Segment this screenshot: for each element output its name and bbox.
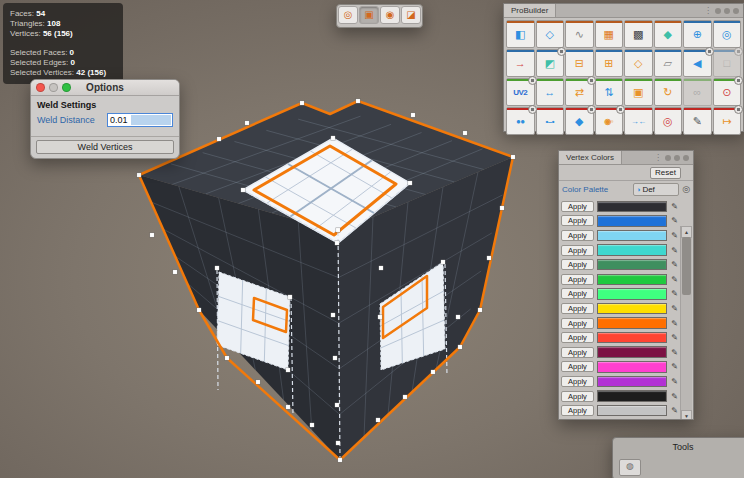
vertex-handle[interactable] (225, 356, 229, 360)
color-swatch[interactable] (597, 405, 667, 417)
color-swatch[interactable] (597, 288, 667, 300)
apply-color-button[interactable]: Apply (561, 361, 594, 372)
color-swatch[interactable] (597, 317, 667, 329)
color-swatch[interactable] (597, 230, 667, 242)
center-pivot-button[interactable]: ⊙ (713, 78, 742, 106)
vertex-handle[interactable] (500, 206, 504, 210)
color-swatch[interactable] (597, 303, 667, 315)
collapse-vertices-button[interactable]: →← (624, 107, 653, 135)
tab-vertex-colors[interactable]: Vertex Colors (559, 151, 622, 164)
window-circle-icon[interactable] (715, 8, 721, 14)
eyedropper-icon[interactable]: ✎ (670, 260, 679, 269)
vertex-handle[interactable] (137, 173, 141, 177)
color-swatch[interactable] (597, 419, 667, 420)
vertex-handle[interactable] (456, 315, 460, 319)
menu-dots-icon[interactable]: ⋮ (704, 6, 712, 15)
eyedropper-icon[interactable]: ✎ (670, 304, 679, 313)
color-swatch[interactable] (597, 259, 667, 271)
shift-select-mode-button[interactable]: → (506, 49, 535, 77)
new-shape-button[interactable]: ◧ (506, 20, 535, 48)
shrink-selection-button[interactable]: ⊟ (565, 49, 594, 77)
cut-tool-button[interactable]: ✎ (683, 107, 712, 135)
eyedropper-icon[interactable]: ✎ (670, 246, 679, 255)
vertex-handle[interactable] (331, 136, 335, 140)
reset-button[interactable]: Reset (650, 167, 681, 179)
vertex-handle[interactable] (331, 313, 335, 317)
eyedropper-icon[interactable]: ✎ (670, 406, 679, 415)
vertex-handle[interactable] (458, 345, 462, 349)
apply-color-button[interactable]: Apply (561, 245, 594, 256)
vertex-handle[interactable] (356, 99, 360, 103)
vertex-handle[interactable] (256, 380, 260, 384)
window-circle-icon[interactable] (665, 155, 671, 161)
vertex-handle[interactable] (338, 458, 342, 462)
object-mode-button[interactable]: ◎ (338, 6, 358, 24)
vertex-handle[interactable] (217, 137, 221, 141)
weld-distance-input[interactable]: 0.01 (107, 113, 173, 127)
options-gear-icon[interactable] (734, 47, 743, 56)
vertex-colors-tool-button[interactable]: ◆ (654, 20, 683, 48)
eyedropper-icon[interactable]: ✎ (670, 377, 679, 386)
mirror-objects-button[interactable]: ⇄ (565, 78, 594, 106)
vertex-mode-button[interactable]: ▣ (359, 6, 379, 24)
window-circle-icon[interactable] (683, 155, 689, 161)
apply-color-button[interactable]: Apply (561, 376, 594, 387)
vertex-handle[interactable] (487, 256, 491, 260)
color-swatch[interactable] (597, 274, 667, 286)
vertex-handle[interactable] (463, 131, 467, 135)
scroll-down-icon[interactable]: ▼ (681, 410, 692, 420)
vertex-handle[interactable] (379, 266, 383, 270)
apply-color-button[interactable]: Apply (561, 332, 594, 343)
eyedropper-icon[interactable]: ✎ (670, 231, 679, 240)
flip-normals-button[interactable]: ⇅ (595, 78, 624, 106)
vertex-handle[interactable] (441, 260, 445, 264)
eyedropper-icon[interactable]: ✎ (670, 202, 679, 211)
apply-color-button[interactable]: Apply (561, 347, 594, 358)
color-swatch[interactable] (597, 376, 667, 388)
new-poly-shape-button[interactable]: ◇ (536, 20, 565, 48)
export-object-button[interactable]: ↔ (536, 78, 565, 106)
vertex-handle[interactable] (333, 356, 337, 360)
vertex-handle[interactable] (150, 233, 154, 237)
face-mode-button[interactable]: ◪ (401, 6, 421, 24)
grow-selection-button[interactable]: ⊞ (595, 49, 624, 77)
color-swatch[interactable] (597, 332, 667, 344)
color-swatch[interactable] (597, 201, 667, 213)
color-swatch[interactable] (597, 346, 667, 358)
edge-mode-button[interactable]: ◉ (380, 6, 400, 24)
fill-hole-button[interactable]: ◆ (565, 107, 594, 135)
vertex-handle[interactable] (241, 188, 245, 192)
vertex-handle[interactable] (478, 308, 482, 312)
apply-color-button[interactable]: Apply (561, 391, 594, 402)
select-by-material-button[interactable]: ◩ (536, 49, 565, 77)
eyedropper-icon[interactable]: ✎ (670, 216, 679, 225)
menu-dots-icon[interactable]: ⋮ (654, 153, 662, 162)
options-titlebar[interactable]: Options (31, 80, 179, 96)
select-hidden-button[interactable]: ◎ (713, 20, 742, 48)
object-picker-icon[interactable]: ◎ (682, 185, 690, 194)
vertex-handle[interactable] (403, 395, 407, 399)
vertex-handle[interactable] (336, 441, 340, 445)
color-swatch[interactable] (597, 390, 667, 402)
vertex-handle[interactable] (408, 181, 412, 185)
vertex-handle[interactable] (310, 423, 314, 427)
cube-mesh[interactable] (137, 99, 515, 462)
orientation-tool-button[interactable]: ◍ (619, 459, 641, 476)
eyedropper-icon[interactable]: ✎ (670, 348, 679, 357)
apply-color-button[interactable]: Apply (561, 215, 594, 226)
uv-editor-button[interactable]: ▩ (624, 20, 653, 48)
vertex-handle[interactable] (335, 241, 339, 245)
select-by-smoothing-button[interactable]: □ (713, 49, 742, 77)
handle-orientation-button[interactable]: ⊕ (683, 20, 712, 48)
vertex-handle[interactable] (173, 270, 177, 274)
tab-probuilder[interactable]: ProBuilder (504, 4, 556, 17)
weld-vertices-button[interactable]: Weld Vertices (36, 140, 174, 154)
scrollbar-thumb[interactable] (682, 237, 691, 295)
vertex-handle[interactable] (336, 228, 340, 232)
apply-color-button[interactable]: Apply (561, 405, 594, 416)
apply-color-button[interactable]: Apply (561, 201, 594, 212)
color-swatch[interactable] (597, 215, 667, 227)
probuilderize-button[interactable]: ∞ (683, 78, 712, 106)
subdivide-object-button[interactable]: ↻ (654, 78, 683, 106)
eyedropper-icon[interactable]: ✎ (670, 319, 679, 328)
